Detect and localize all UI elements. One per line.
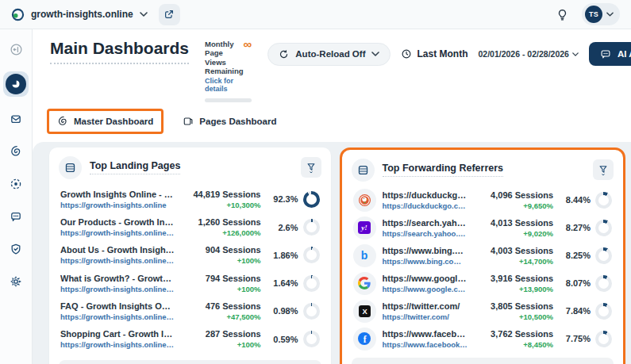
landing-page-row[interactable]: Growth Insights Online - Growth I... htt… (59, 187, 321, 212)
tips-lightbulb-button[interactable] (556, 8, 569, 21)
row-info: https://www.bing.com/s... https://www.bi… (383, 246, 468, 266)
date-range-picker[interactable]: 02/01/2026 - 02/28/2026 (478, 49, 578, 59)
chevron-down-icon (140, 12, 148, 17)
percent-donut-chart (595, 192, 612, 209)
svg-text:X: X (362, 308, 367, 316)
landing-page-row[interactable]: Our Products - Growth Insights O... http… (59, 215, 321, 239)
percent-donut-chart (595, 275, 612, 292)
percent-donut-chart (303, 331, 320, 347)
sidebar-item-campaigns[interactable] (3, 109, 29, 129)
website-selector[interactable]: growth-insights.online (11, 8, 148, 21)
sidebar-item-settings[interactable] (3, 271, 29, 292)
percent-donut-chart (595, 303, 612, 320)
percent-label: 7.84% (566, 306, 591, 316)
landing-page-title: Shopping Cart - Growth Insights ... (60, 329, 175, 339)
twitter-favicon: X (353, 300, 376, 323)
header-controls: Auto-Reload Off Last Month 02/01/2026 - … (267, 42, 631, 66)
active-indicator (6, 74, 26, 94)
percent-label: 0.98% (273, 306, 298, 316)
tab-label: Pages Dashboard (199, 117, 276, 126)
ai-assistant-button[interactable]: AI Assistant (589, 42, 631, 66)
row-info: About Us - Growth Insights Online https:… (60, 245, 175, 265)
sessions-delta: +8,450% (474, 340, 553, 349)
percent-donut-chart (595, 247, 612, 264)
privacy-shield-icon (10, 243, 22, 255)
sessions-delta: +47,500% (182, 312, 261, 321)
row-percent: 8.07% (560, 275, 612, 292)
chat-icon (600, 48, 611, 59)
landing-page-row[interactable]: What is Growth? - Growth Insight... http… (59, 271, 321, 296)
referrer-row[interactable]: https://duckduckgo.com/ https://duckduck… (352, 186, 614, 214)
pages-icon (183, 116, 194, 127)
period-selector[interactable]: Last Month (401, 48, 467, 59)
row-sessions: 3,916 Sessions +13,900% (474, 274, 553, 293)
google-favicon (353, 272, 376, 295)
auto-reload-label: Auto-Reload Off (295, 49, 365, 59)
percent-donut-chart (595, 331, 612, 347)
row-info: https://search.yahoo.com/ https://search… (383, 218, 468, 238)
referrer-row[interactable]: f https://www.facebook.c... https://www.… (352, 325, 614, 353)
referrer-row[interactable]: https://www.google.com... https://www.go… (352, 270, 614, 297)
card-header: Top Landing Pages (59, 155, 321, 184)
landing-page-row[interactable]: Shopping Cart - Growth Insights ... http… (59, 327, 321, 351)
pageviews-quota-widget[interactable]: Monthly Page Views Remaining Click for d… (205, 40, 252, 102)
tab-pages-dashboard[interactable]: Pages Dashboard (175, 111, 284, 132)
view-all-referrers-button[interactable]: View All Referrers (352, 358, 614, 364)
referrer-url[interactable]: https://search.yahoo.com/ (383, 229, 468, 238)
landing-page-url[interactable]: https://growth-insights.online/our-... (60, 340, 175, 349)
percent-label: 92.3% (273, 194, 298, 204)
sessions-delta: +126,000% (182, 228, 261, 237)
landing-page-url[interactable]: https://growth-insights.online/our-... (60, 228, 175, 237)
row-sessions: 1,260 Sessions +126,000% (182, 217, 261, 237)
referrer-url[interactable]: https://www.facebook.co... (383, 340, 468, 349)
visitors-spiral-icon (10, 145, 22, 158)
open-site-button[interactable] (159, 4, 180, 25)
landing-page-url[interactable]: https://growth-insights.online/abo... (60, 256, 175, 265)
view-all-landing-pages-button[interactable]: View All Landing Pages (59, 360, 321, 364)
landing-page-url[interactable]: https://growth-insights.online (60, 201, 175, 209)
row-info: https://duckduckgo.com/ https://duckduck… (383, 190, 468, 210)
sessions-delta: +10,300% (182, 201, 261, 209)
sidebar-item-dashboards[interactable] (3, 71, 29, 97)
landing-page-row[interactable]: FAQ - Growth Insights Online https://gro… (59, 299, 321, 324)
sidebar-collapse-button[interactable] (3, 39, 29, 59)
clock-icon (401, 48, 412, 59)
row-info: https://www.google.com... https://www.go… (383, 274, 468, 293)
sessions-count: 794 Sessions (182, 274, 261, 283)
facebook-favicon: f (353, 328, 376, 351)
dashboard-pie-icon (10, 79, 21, 90)
percent-label: 2.6% (278, 223, 298, 232)
referrer-url[interactable]: https://duckduckgo.com/ (383, 201, 468, 210)
dashboard-content: Top Landing Pages Growth Insights Online… (33, 142, 631, 364)
percent-donut-chart (595, 220, 612, 236)
sessions-count: 4,096 Sessions (474, 190, 553, 200)
pageviews-details-link[interactable]: Click for details (205, 77, 244, 93)
referrer-title: https://www.facebook.c... (383, 329, 468, 339)
referrer-row[interactable]: b https://www.bing.com/s... https://www.… (352, 242, 614, 270)
user-menu[interactable]: TS (582, 3, 620, 25)
referrer-title: https://search.yahoo.com/ (383, 218, 468, 228)
percent-label: 8.25% (566, 251, 591, 260)
referrer-row[interactable]: X https://twitter.com/ https://twitter.c… (352, 297, 614, 325)
referrer-url[interactable]: https://www.google.com/... (383, 285, 468, 293)
row-percent: 7.75% (560, 331, 612, 347)
sidebar-item-communication[interactable] (3, 206, 29, 227)
filter-button[interactable] (593, 159, 614, 180)
sidebar-item-visitors[interactable] (3, 141, 29, 162)
percent-label: 0.59% (273, 335, 298, 344)
row-percent: 8.44% (560, 192, 612, 209)
auto-reload-dropdown[interactable]: Auto-Reload Off (267, 43, 391, 66)
sidebar-item-behavior[interactable] (3, 174, 29, 194)
sessions-delta: +100% (182, 285, 261, 293)
referrer-url[interactable]: https://twitter.com/ (383, 312, 468, 321)
landing-page-url[interactable]: https://growth-insights.online/faq (60, 312, 175, 321)
referrer-row[interactable]: y! https://search.yahoo.com/ https://sea… (352, 214, 614, 242)
landing-page-url[interactable]: https://growth-insights.online/wha... (60, 285, 175, 293)
sidebar-item-privacy[interactable] (3, 239, 29, 259)
filter-button[interactable] (301, 157, 321, 178)
date-range-value: 02/01/2026 - 02/28/2026 (478, 49, 568, 59)
collapse-panel-icon (10, 43, 23, 56)
landing-page-row[interactable]: About Us - Growth Insights Online https:… (59, 243, 321, 267)
tab-master-dashboard[interactable]: Master Dashboard (49, 111, 161, 132)
referrer-url[interactable]: https://www.bing.com/se... (383, 257, 468, 266)
